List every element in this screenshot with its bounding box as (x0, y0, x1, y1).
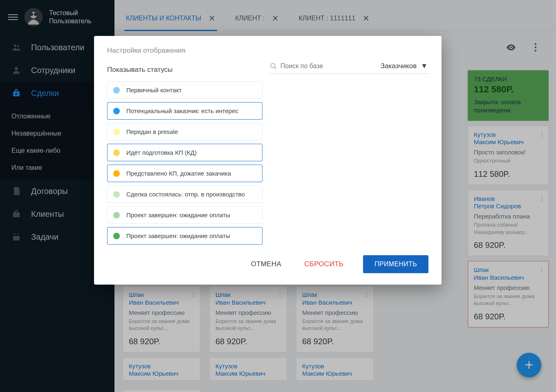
search-icon (270, 62, 277, 70)
status-color-dot (113, 212, 120, 218)
status-option[interactable]: Проект завершен: ожидание оплаты (107, 206, 262, 224)
status-label: Представлено КП, дожатие закачика (126, 170, 231, 177)
search-field[interactable]: Заказчиков ▼ (269, 60, 428, 74)
status-color-dot (113, 233, 120, 239)
reset-button[interactable]: СБРОСИТЬ (301, 256, 347, 272)
search-input[interactable] (280, 62, 377, 70)
dialog-subtitle: Показывать статусы (107, 66, 173, 74)
status-option[interactable]: Представлено КП, дожатие закачика (107, 165, 262, 182)
display-settings-dialog: Настройки отображения Показывать статусы… (94, 36, 442, 285)
status-list: Первичный контактПотенциальный заказчик:… (107, 81, 262, 245)
status-label: Первичный контакт (126, 87, 182, 94)
status-label: Сделка состоялась: отпр. в производство (126, 191, 245, 198)
status-label: Идёт подготовка КП (КД) (126, 149, 197, 156)
svg-line-18 (274, 67, 276, 69)
chevron-down-icon: ▼ (421, 62, 428, 70)
status-label: Потенциальный заказчик: есть интерес (126, 107, 238, 114)
status-option[interactable]: Потенциальный заказчик: есть интерес (107, 102, 262, 120)
status-color-dot (113, 170, 120, 177)
dialog-title: Настройки отображения (107, 47, 428, 55)
status-option[interactable]: Идёт подготовка КП (КД) (107, 144, 262, 161)
search-scope-dropdown[interactable]: Заказчиков ▼ (381, 62, 428, 70)
dialog-actions: ОТМЕНА СБРОСИТЬ ПРИМЕНИТЬ (107, 255, 428, 273)
status-label: Передан в presale (126, 128, 178, 135)
status-color-dot (113, 149, 120, 156)
cancel-button[interactable]: ОТМЕНА (248, 256, 285, 272)
status-label: Проект завершен: ожидание оплаты (126, 212, 230, 218)
status-option[interactable]: Сделка состоялась: отпр. в производство (107, 185, 262, 203)
apply-button[interactable]: ПРИМЕНИТЬ (363, 255, 428, 273)
status-color-dot (113, 87, 120, 94)
status-option[interactable]: Передан в presale (107, 123, 262, 140)
status-color-dot (113, 191, 120, 198)
status-label: Проект завершен: ожидание оплаты (126, 232, 230, 239)
status-option[interactable]: Первичный контакт (107, 81, 262, 99)
status-color-dot (113, 129, 120, 135)
status-color-dot (113, 108, 120, 114)
status-option[interactable]: Проект завершен: ожидание оплаты (107, 227, 262, 245)
svg-point-17 (271, 63, 275, 68)
